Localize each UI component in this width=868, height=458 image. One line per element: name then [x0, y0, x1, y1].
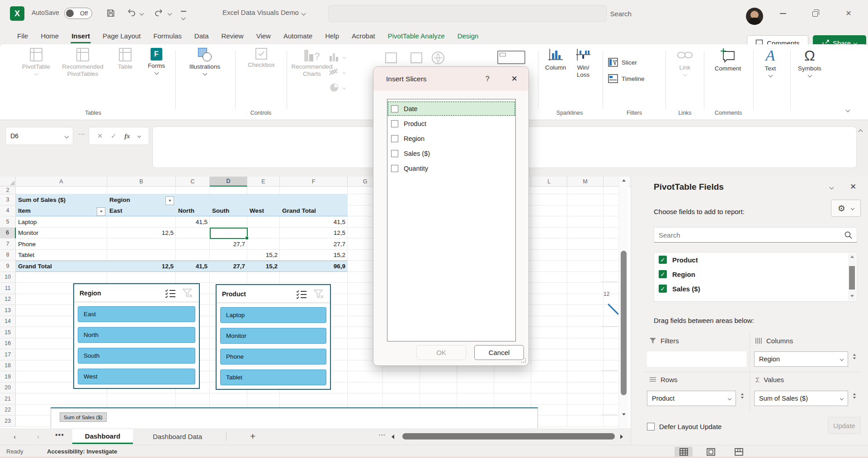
row-header-20[interactable]: 20: [0, 383, 16, 394]
forms-button[interactable]: F Forms: [142, 48, 171, 74]
dialog-field-region[interactable]: Region: [387, 131, 515, 146]
column-headers[interactable]: ABCDEFGHIJKLMN: [16, 177, 631, 187]
checkbox-icon[interactable]: [391, 135, 398, 142]
text-button[interactable]: A Text: [758, 48, 783, 77]
clear-filter-icon[interactable]: [182, 288, 193, 298]
next-sheet-icon[interactable]: ›: [37, 433, 39, 440]
pivot-value-cell[interactable]: 27,7: [210, 241, 247, 248]
pivot-value-cell[interactable]: 41,5: [176, 263, 210, 270]
scroll-up-icon[interactable]: [622, 179, 626, 182]
close-button[interactable]: ✕: [842, 9, 855, 18]
insert-column-chart-icon[interactable]: [329, 51, 345, 62]
recommended-charts-button[interactable]: ? RecommendedCharts: [289, 48, 335, 78]
values-field-select[interactable]: Sum of Sales ($): [754, 391, 848, 406]
pivot-row[interactable]: Phone27,727,7: [16, 238, 348, 250]
dialog-close-icon[interactable]: ✕: [511, 74, 518, 84]
search-input[interactable]: Search: [328, 5, 607, 22]
pivot-value-cell[interactable]: 27,7: [210, 263, 247, 270]
sheet-tab-dashboard-data[interactable]: Dashboard Data: [136, 429, 219, 444]
title-dropdown-icon[interactable]: [302, 11, 306, 16]
page-break-view-icon[interactable]: [730, 447, 748, 457]
recommended-pivottables-button[interactable]: RecommendedPivotTables: [58, 48, 108, 78]
row-header-6[interactable]: 6: [0, 228, 16, 239]
dialog-field-quantity[interactable]: Quantity: [387, 161, 515, 176]
tab-pivottable-analyze[interactable]: PivotTable Analyze: [382, 27, 451, 44]
pivot-body[interactable]: Laptop41,541,5Monitor12,512,5Phone27,727…: [16, 216, 348, 272]
dialog-field-date[interactable]: Date: [387, 101, 515, 116]
insert-pie-chart-icon[interactable]: [329, 82, 345, 93]
checked-checkbox-icon[interactable]: ✓: [659, 256, 667, 264]
prev-sheet-icon[interactable]: ‹: [14, 433, 16, 440]
pivot-value-cell[interactable]: 41,5: [176, 219, 210, 225]
document-title[interactable]: Excel Data Visuals Demo: [222, 9, 299, 16]
enter-entry-icon[interactable]: ✓: [111, 132, 117, 140]
pane-tools-button[interactable]: ⚙: [831, 200, 861, 217]
slicer-region-items[interactable]: EastNorthSouthWest: [74, 302, 199, 388]
columns-field-select[interactable]: Region: [754, 351, 848, 367]
tab-options-icon[interactable]: ⋮: [378, 432, 386, 439]
slicer-item-east[interactable]: East: [78, 306, 195, 322]
row-header-11[interactable]: 11: [0, 283, 16, 294]
add-sheet-icon[interactable]: +: [250, 431, 255, 442]
pane-field-list[interactable]: ✓Product✓Region✓Sales ($): [654, 252, 857, 302]
name-box[interactable]: D6: [5, 127, 73, 145]
checkbox-icon[interactable]: [391, 150, 398, 157]
pivot-row[interactable]: Grand Total12,541,527,715,296,9: [16, 261, 348, 272]
scroll-down-icon[interactable]: [850, 295, 854, 297]
pivot-value-cell[interactable]: 12,5: [280, 229, 348, 236]
slicer-item-tablet[interactable]: Tablet: [220, 369, 326, 385]
row-header-2[interactable]: 2: [0, 187, 16, 194]
redo-dropdown-icon[interactable]: [168, 11, 172, 16]
row-header-14[interactable]: 14: [0, 316, 16, 327]
row-header-22[interactable]: 22: [0, 405, 16, 416]
slicer-item-monitor[interactable]: Monitor: [220, 328, 326, 344]
checkbox-icon[interactable]: [391, 105, 398, 112]
region-filter-dropdown[interactable]: [165, 196, 174, 205]
checked-checkbox-icon[interactable]: ✓: [659, 270, 667, 278]
name-box-splitter[interactable]: ⋮: [78, 131, 86, 138]
timeline-button[interactable]: Timeline: [608, 74, 645, 83]
collapse-formula-bar-icon[interactable]: [859, 130, 863, 134]
scroll-down-icon[interactable]: [622, 413, 626, 416]
selected-cell-D6[interactable]: [210, 228, 248, 239]
hscroll-left-icon[interactable]: [392, 435, 394, 439]
user-avatar[interactable]: [746, 8, 763, 25]
normal-view-icon[interactable]: [675, 447, 693, 457]
pivot-item-cell[interactable]: Tablet: [16, 252, 107, 258]
pane-collapse-icon[interactable]: [830, 185, 834, 190]
tab-acrobat[interactable]: Acrobat: [345, 27, 382, 44]
tab-insert[interactable]: Insert: [65, 27, 96, 44]
tab-home[interactable]: Home: [34, 27, 65, 44]
checked-checkbox-icon[interactable]: ✓: [659, 285, 667, 293]
slicer-product-items[interactable]: LaptopMonitorPhoneTablet: [217, 303, 330, 389]
pivot-item-cell[interactable]: Monitor: [16, 229, 107, 236]
vertical-scrollbar[interactable]: [618, 177, 628, 428]
insert-hierarchy-chart-icon[interactable]: [410, 52, 422, 63]
sparkline-column-button[interactable]: Column: [542, 48, 570, 71]
tab-help[interactable]: Help: [319, 27, 345, 44]
horizontal-scroll-thumb[interactable]: [402, 433, 615, 439]
checkbox-control-button[interactable]: Checkbox: [239, 48, 284, 68]
page-layout-view-icon[interactable]: [702, 447, 720, 457]
pivot-value-cell[interactable]: 15,2: [280, 252, 348, 258]
slicer-item-west[interactable]: West: [78, 369, 195, 384]
slicer-item-phone[interactable]: Phone: [220, 349, 326, 365]
row-header-21[interactable]: 21: [0, 393, 16, 405]
undo-dropdown-icon[interactable]: [140, 11, 144, 16]
insert-slicers-dialog[interactable]: Insert Slicers ? ✕ DateProductRegionSale…: [373, 66, 529, 366]
checkbox-icon[interactable]: [391, 120, 398, 127]
row-header-9[interactable]: 9: [0, 261, 16, 272]
column-header-D[interactable]: D: [210, 177, 247, 187]
slicer-item-south[interactable]: South: [78, 348, 195, 364]
sheet-tab-dashboard[interactable]: Dashboard: [72, 429, 133, 444]
dialog-field-sales-[interactable]: Sales ($): [387, 146, 515, 161]
clear-filter-icon[interactable]: [313, 289, 325, 299]
undo-icon[interactable]: [126, 7, 137, 19]
comment-button[interactable]: Comment: [710, 48, 746, 72]
row-header-23[interactable]: 23: [0, 416, 16, 427]
slicer-region[interactable]: Region EastNorthSouthWest: [73, 283, 200, 389]
dialog-title-bar[interactable]: Insert Slicers ? ✕: [373, 67, 528, 91]
restore-button[interactable]: [812, 11, 818, 17]
multi-select-icon[interactable]: [296, 289, 307, 299]
save-icon[interactable]: [105, 7, 117, 19]
